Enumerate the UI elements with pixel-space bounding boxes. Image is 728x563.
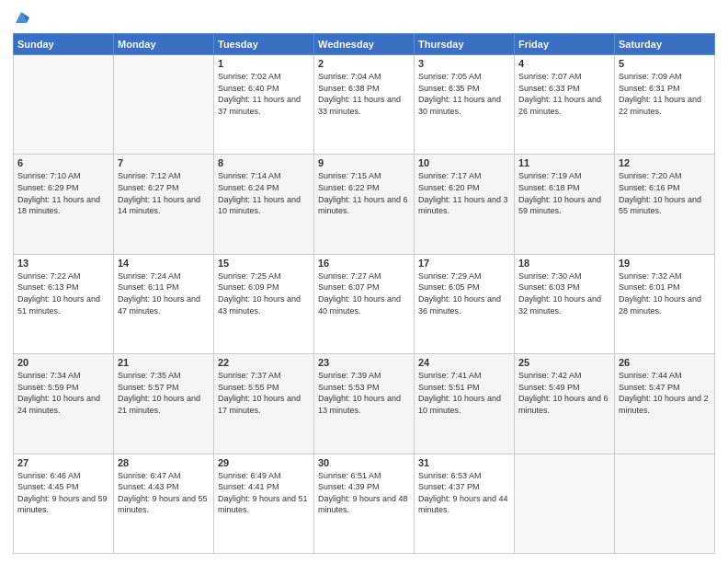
calendar-cell: 18Sunrise: 7:30 AM Sunset: 6:03 PM Dayli…: [515, 254, 615, 353]
day-number: 24: [418, 357, 510, 368]
day-info: Sunrise: 7:14 AM Sunset: 6:24 PM Dayligh…: [218, 170, 310, 216]
day-info: Sunrise: 6:51 AM Sunset: 4:39 PM Dayligh…: [318, 470, 410, 516]
calendar-cell: 8Sunrise: 7:14 AM Sunset: 6:24 PM Daylig…: [214, 155, 314, 254]
calendar-cell: 23Sunrise: 7:39 AM Sunset: 5:53 PM Dayli…: [314, 354, 415, 454]
weekday-header-thursday: Thursday: [415, 34, 515, 55]
weekday-header-friday: Friday: [515, 34, 615, 55]
day-number: 4: [518, 58, 610, 69]
logo-icon: [13, 9, 29, 26]
day-info: Sunrise: 7:24 AM Sunset: 6:11 PM Dayligh…: [118, 270, 210, 316]
calendar-cell: [114, 55, 214, 155]
calendar-cell: [515, 454, 615, 553]
calendar-cell: 25Sunrise: 7:42 AM Sunset: 5:49 PM Dayli…: [515, 354, 615, 454]
day-number: 12: [619, 157, 711, 168]
day-number: 29: [218, 457, 310, 468]
day-info: Sunrise: 7:05 AM Sunset: 6:35 PM Dayligh…: [418, 71, 510, 117]
day-number: 8: [218, 157, 310, 168]
day-info: Sunrise: 6:53 AM Sunset: 4:37 PM Dayligh…: [418, 470, 510, 516]
calendar-cell: 12Sunrise: 7:20 AM Sunset: 6:16 PM Dayli…: [615, 155, 715, 254]
calendar-cell: 5Sunrise: 7:09 AM Sunset: 6:31 PM Daylig…: [615, 55, 715, 155]
day-info: Sunrise: 7:10 AM Sunset: 6:29 PM Dayligh…: [17, 170, 109, 216]
day-number: 13: [17, 258, 109, 269]
calendar-cell: 14Sunrise: 7:24 AM Sunset: 6:11 PM Dayli…: [114, 254, 214, 353]
day-number: 7: [118, 157, 210, 168]
day-number: 27: [17, 457, 109, 468]
calendar-cell: 31Sunrise: 6:53 AM Sunset: 4:37 PM Dayli…: [415, 454, 515, 553]
day-number: 19: [619, 258, 711, 269]
day-info: Sunrise: 6:47 AM Sunset: 4:43 PM Dayligh…: [118, 470, 210, 516]
calendar-cell: [615, 454, 715, 553]
day-number: 1: [218, 58, 310, 69]
day-number: 15: [218, 258, 310, 269]
day-info: Sunrise: 7:35 AM Sunset: 5:57 PM Dayligh…: [118, 370, 210, 416]
day-number: 30: [318, 457, 410, 468]
day-number: 14: [118, 258, 210, 269]
day-info: Sunrise: 7:30 AM Sunset: 6:03 PM Dayligh…: [518, 270, 610, 316]
calendar-cell: 17Sunrise: 7:29 AM Sunset: 6:05 PM Dayli…: [415, 254, 515, 353]
day-info: Sunrise: 7:29 AM Sunset: 6:05 PM Dayligh…: [418, 270, 510, 316]
calendar-cell: 30Sunrise: 6:51 AM Sunset: 4:39 PM Dayli…: [314, 454, 415, 553]
day-info: Sunrise: 7:27 AM Sunset: 6:07 PM Dayligh…: [318, 270, 410, 316]
day-number: 5: [619, 58, 711, 69]
day-info: Sunrise: 7:17 AM Sunset: 6:20 PM Dayligh…: [418, 170, 510, 216]
day-number: 9: [318, 157, 410, 168]
day-number: 10: [418, 157, 510, 168]
calendar-cell: 19Sunrise: 7:32 AM Sunset: 6:01 PM Dayli…: [615, 254, 715, 353]
day-number: 16: [318, 258, 410, 269]
calendar-cell: 7Sunrise: 7:12 AM Sunset: 6:27 PM Daylig…: [114, 155, 214, 254]
day-info: Sunrise: 7:41 AM Sunset: 5:51 PM Dayligh…: [418, 370, 510, 416]
weekday-header-wednesday: Wednesday: [314, 34, 415, 55]
day-info: Sunrise: 7:32 AM Sunset: 6:01 PM Dayligh…: [619, 270, 711, 316]
day-number: 28: [118, 457, 210, 468]
calendar-cell: 9Sunrise: 7:15 AM Sunset: 6:22 PM Daylig…: [314, 155, 415, 254]
calendar-cell: 4Sunrise: 7:07 AM Sunset: 6:33 PM Daylig…: [515, 55, 615, 155]
day-number: 25: [518, 357, 610, 368]
header: [13, 9, 715, 26]
day-info: Sunrise: 7:34 AM Sunset: 5:59 PM Dayligh…: [17, 370, 109, 416]
calendar-cell: 29Sunrise: 6:49 AM Sunset: 4:41 PM Dayli…: [214, 454, 314, 553]
day-info: Sunrise: 7:07 AM Sunset: 6:33 PM Dayligh…: [518, 71, 610, 117]
day-number: 6: [17, 157, 109, 168]
day-number: 26: [619, 357, 711, 368]
day-info: Sunrise: 7:37 AM Sunset: 5:55 PM Dayligh…: [218, 370, 310, 416]
day-info: Sunrise: 6:49 AM Sunset: 4:41 PM Dayligh…: [218, 470, 310, 516]
calendar-cell: 13Sunrise: 7:22 AM Sunset: 6:13 PM Dayli…: [14, 254, 114, 353]
calendar-cell: 16Sunrise: 7:27 AM Sunset: 6:07 PM Dayli…: [314, 254, 415, 353]
calendar-cell: 15Sunrise: 7:25 AM Sunset: 6:09 PM Dayli…: [214, 254, 314, 353]
day-number: 11: [518, 157, 610, 168]
day-number: 22: [218, 357, 310, 368]
day-info: Sunrise: 7:02 AM Sunset: 6:40 PM Dayligh…: [218, 71, 310, 117]
day-info: Sunrise: 6:46 AM Sunset: 4:45 PM Dayligh…: [17, 470, 109, 516]
day-number: 17: [418, 258, 510, 269]
weekday-header-sunday: Sunday: [14, 34, 114, 55]
day-number: 31: [418, 457, 510, 468]
day-info: Sunrise: 7:42 AM Sunset: 5:49 PM Dayligh…: [518, 370, 610, 416]
calendar-cell: 24Sunrise: 7:41 AM Sunset: 5:51 PM Dayli…: [415, 354, 515, 454]
day-info: Sunrise: 7:25 AM Sunset: 6:09 PM Dayligh…: [218, 270, 310, 316]
calendar-cell: [14, 55, 114, 155]
day-number: 23: [318, 357, 410, 368]
day-info: Sunrise: 7:15 AM Sunset: 6:22 PM Dayligh…: [318, 170, 410, 216]
day-number: 3: [418, 58, 510, 69]
day-number: 20: [17, 357, 109, 368]
day-info: Sunrise: 7:19 AM Sunset: 6:18 PM Dayligh…: [518, 170, 610, 216]
calendar-table: SundayMondayTuesdayWednesdayThursdayFrid…: [13, 33, 715, 554]
day-info: Sunrise: 7:09 AM Sunset: 6:31 PM Dayligh…: [619, 71, 711, 117]
calendar-cell: 28Sunrise: 6:47 AM Sunset: 4:43 PM Dayli…: [114, 454, 214, 553]
day-info: Sunrise: 7:22 AM Sunset: 6:13 PM Dayligh…: [17, 270, 109, 316]
calendar-cell: 10Sunrise: 7:17 AM Sunset: 6:20 PM Dayli…: [415, 155, 515, 254]
day-info: Sunrise: 7:20 AM Sunset: 6:16 PM Dayligh…: [619, 170, 711, 216]
weekday-header-monday: Monday: [114, 34, 214, 55]
day-info: Sunrise: 7:04 AM Sunset: 6:38 PM Dayligh…: [318, 71, 410, 117]
calendar-cell: 3Sunrise: 7:05 AM Sunset: 6:35 PM Daylig…: [415, 55, 515, 155]
logo: [13, 9, 33, 26]
calendar-cell: 20Sunrise: 7:34 AM Sunset: 5:59 PM Dayli…: [14, 354, 114, 454]
calendar-cell: 6Sunrise: 7:10 AM Sunset: 6:29 PM Daylig…: [14, 155, 114, 254]
day-info: Sunrise: 7:44 AM Sunset: 5:47 PM Dayligh…: [619, 370, 711, 416]
calendar-cell: 2Sunrise: 7:04 AM Sunset: 6:38 PM Daylig…: [314, 55, 415, 155]
calendar-cell: 1Sunrise: 7:02 AM Sunset: 6:40 PM Daylig…: [214, 55, 314, 155]
day-info: Sunrise: 7:39 AM Sunset: 5:53 PM Dayligh…: [318, 370, 410, 416]
day-number: 2: [318, 58, 410, 69]
calendar-cell: 22Sunrise: 7:37 AM Sunset: 5:55 PM Dayli…: [214, 354, 314, 454]
calendar-cell: 27Sunrise: 6:46 AM Sunset: 4:45 PM Dayli…: [14, 454, 114, 553]
